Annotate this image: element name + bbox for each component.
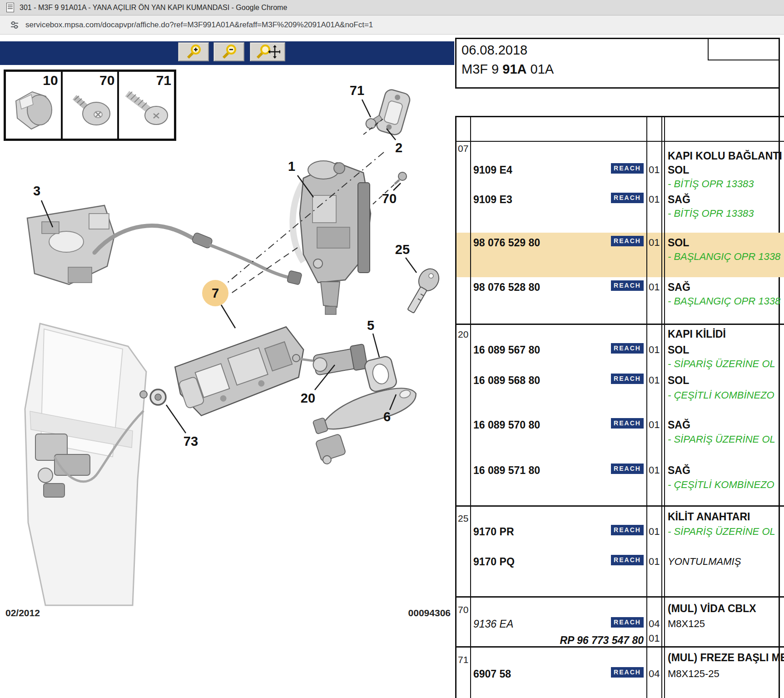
group-number: 70: [458, 604, 468, 615]
header-box-border: [455, 38, 457, 89]
group-title: (MUL) FREZE BAŞLI ME: [668, 652, 784, 664]
viewer-toolbar: [0, 41, 454, 65]
countersunk-screw-part-drawing: [119, 82, 174, 136]
part-side-label: SAĞ: [668, 464, 690, 477]
part-number[interactable]: 98 076 529 80: [473, 237, 540, 249]
zoom-out-icon: [220, 44, 238, 60]
part-number[interactable]: 98 076 528 80: [473, 281, 540, 294]
quantity: 01: [649, 419, 660, 431]
quantity: 01: [649, 194, 660, 205]
part-number[interactable]: 9109 E4: [473, 164, 512, 176]
site-settings-icon[interactable]: [10, 20, 19, 30]
part-note: - BAŞLANGIÇ OPR 1338: [668, 295, 784, 307]
part-side-label: SOL: [668, 344, 689, 356]
legend-cell-pan-screw: 70: [63, 72, 119, 139]
reach-badge[interactable]: REACH: [611, 374, 644, 384]
group-title: KAPI KİLİDİ: [668, 328, 784, 340]
zoom-in-icon: [184, 44, 203, 60]
quantity: 01: [649, 164, 660, 176]
header-box-border: [455, 38, 780, 39]
browser-window: 301 - M3F 9 91A01A - YANA AÇILIR ÖN YAN …: [0, 0, 784, 698]
part-side-label: SOL: [668, 374, 689, 387]
part-side-label: SAĞ: [668, 281, 690, 294]
part-note: - ÇEŞİTLİ KOMBİNEZO: [668, 479, 784, 491]
window-title: 301 - M3F 9 91A01A - YANA AÇILIR ÖN YAN …: [20, 4, 287, 12]
part-note: - BİTİŞ OPR 13383: [668, 178, 784, 190]
quantity: 04: [649, 618, 660, 630]
quantity: 01: [649, 344, 660, 356]
reach-badge[interactable]: REACH: [611, 343, 644, 354]
part-note: - SİPARİŞ ÜZERİNE OL: [668, 358, 784, 370]
legend-cell-countersunk-screw: 71: [119, 72, 174, 139]
reach-badge[interactable]: REACH: [611, 280, 644, 291]
section-border: [455, 646, 784, 648]
reach-badge[interactable]: REACH: [611, 163, 644, 174]
group-number: 07: [458, 143, 468, 154]
reach-badge[interactable]: REACH: [611, 525, 644, 535]
reach-badge[interactable]: REACH: [611, 617, 644, 628]
reach-badge[interactable]: REACH: [611, 418, 644, 429]
group-title: KİLİT ANAHTARI: [668, 511, 784, 523]
part-note: - BAŞLANGIÇ OPR 1338: [668, 251, 784, 263]
quantity: 01: [649, 237, 660, 249]
legend-cell-plug: 10: [6, 72, 63, 139]
part-number[interactable]: 9170 PQ: [473, 556, 515, 568]
zoom-in-button[interactable]: [178, 42, 209, 61]
header-box-border: [455, 87, 780, 89]
part-spec: YONTULMAMIŞ: [668, 556, 741, 568]
group-title: KAPI KOLU BAĞLANTI: [668, 150, 784, 162]
table-border: [455, 116, 457, 698]
table-border: [455, 116, 784, 117]
quantity: 01: [649, 281, 660, 293]
part-note: - SİPARİŞ ÜZERİNE OL: [668, 526, 784, 538]
part-number[interactable]: 9170 PR: [473, 526, 514, 538]
url-bar[interactable]: servicebox.mpsa.com/docapvpr/affiche.do?…: [0, 15, 784, 35]
quantity: 01: [649, 464, 660, 476]
reach-badge[interactable]: REACH: [611, 464, 644, 474]
table-border: [455, 141, 784, 142]
reach-badge[interactable]: REACH: [611, 555, 644, 565]
table-column-line: [646, 116, 647, 698]
part-number[interactable]: 9109 E3: [473, 194, 512, 206]
plug-part-drawing: [6, 82, 61, 136]
table-column-line: [470, 116, 471, 698]
part-side-label: SOL: [668, 164, 689, 176]
part-note: - ÇEŞİTLİ KOMBİNEZO: [668, 389, 784, 401]
part-number[interactable]: 6907 58: [473, 668, 511, 680]
window-titlebar: 301 - M3F 9 91A01A - YANA AÇILIR ÖN YAN …: [0, 0, 784, 15]
quantity: 01: [649, 374, 660, 386]
section-border: [455, 324, 784, 325]
reach-badge[interactable]: REACH: [611, 193, 644, 203]
part-note: - BİTİŞ OPR 13383: [668, 208, 784, 219]
part-side-label: SAĞ: [668, 194, 690, 206]
quantity: 04: [649, 668, 660, 680]
pan-screw-part-drawing: [63, 82, 118, 136]
part-number[interactable]: 16 089 568 80: [473, 374, 540, 387]
section-border: [455, 596, 784, 598]
header-box-divider: [708, 60, 779, 60]
section-border: [455, 505, 784, 507]
zoom-out-button[interactable]: [213, 42, 244, 61]
group-title: (MUL) VİDA CBLX: [668, 603, 784, 615]
quantity: 01: [649, 526, 660, 538]
page-icon: [6, 3, 14, 12]
table-column-line: [664, 116, 665, 698]
quantity: 01: [649, 633, 660, 644]
part-number[interactable]: 16 089 570 80: [473, 419, 540, 431]
part-number[interactable]: 16 089 571 80: [473, 464, 540, 477]
catalog-reference: M3F 9 91A 01A: [461, 62, 554, 77]
zoom-pan-button[interactable]: [250, 42, 285, 61]
replacement-part-number[interactable]: RP 96 773 547 80: [473, 634, 644, 647]
table-column-line: [661, 116, 662, 698]
part-side-label: SOL: [668, 237, 689, 249]
part-number[interactable]: 9136 EA: [473, 618, 513, 630]
group-number: 20: [458, 329, 468, 340]
reach-badge[interactable]: REACH: [611, 236, 644, 246]
zoom-pan-icon: [255, 44, 280, 60]
part-number[interactable]: 16 089 567 80: [473, 344, 540, 356]
reach-badge[interactable]: REACH: [611, 667, 644, 678]
part-note: - SİPARİŞ ÜZERİNE OL: [668, 434, 784, 445]
legend-box: 10 70 71: [4, 70, 176, 141]
part-spec: M8X125: [668, 618, 705, 630]
url-text[interactable]: servicebox.mpsa.com/docapvpr/affiche.do?…: [25, 20, 373, 30]
